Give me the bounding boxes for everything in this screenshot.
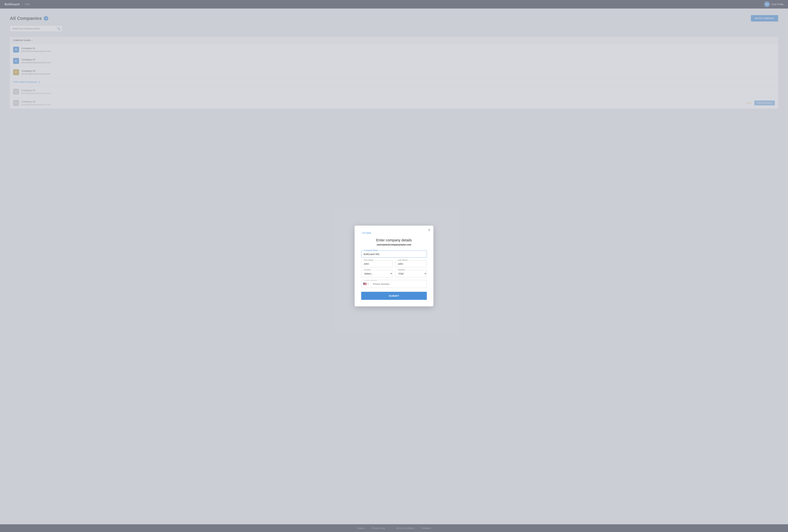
modal-back-button[interactable]: ‹ Go back	[361, 232, 427, 234]
phone-field: Phone Number 🇺🇸 ▼	[361, 280, 427, 288]
last-name-input[interactable]	[395, 260, 427, 267]
modal-title: Enter company details	[361, 238, 427, 242]
flag-chevron-icon: ▼	[367, 283, 369, 285]
country-industry-row: Country Select... Industry IT&C	[361, 270, 427, 277]
last-name-label: Last Name	[397, 259, 408, 261]
phone-input[interactable]	[371, 281, 427, 287]
modal-email: username@companyname.com	[361, 243, 427, 246]
last-name-field: Last Name	[395, 260, 427, 267]
back-arrow-icon: ‹	[361, 232, 362, 234]
first-name-label: First Name	[363, 259, 374, 261]
company-name-field: Company Name	[361, 251, 427, 258]
country-field: Country Select...	[361, 270, 393, 277]
phone-flag-selector[interactable]: 🇺🇸 ▼	[361, 280, 371, 288]
company-name-input[interactable]	[361, 251, 427, 258]
industry-label: Industry	[397, 269, 406, 271]
modal: × ‹ Go back Enter company details userna…	[355, 225, 433, 307]
modal-close-button[interactable]: ×	[428, 228, 430, 232]
name-row: First Name Last Name	[361, 260, 427, 267]
industry-field: Industry IT&C	[395, 270, 427, 277]
flag-icon: 🇺🇸	[363, 282, 367, 286]
phone-label: Phone Number	[363, 280, 378, 281]
back-label: Go back	[363, 232, 371, 234]
submit-button[interactable]: SUBMIT	[361, 292, 427, 300]
country-label: Country	[363, 269, 371, 271]
modal-overlay: × ‹ Go back Enter company details userna…	[0, 0, 788, 532]
industry-select[interactable]: IT&C	[395, 270, 427, 277]
company-name-label: Company Name	[363, 249, 379, 252]
country-select[interactable]: Select...	[361, 270, 393, 277]
first-name-input[interactable]	[361, 260, 393, 267]
first-name-field: First Name	[361, 260, 393, 267]
